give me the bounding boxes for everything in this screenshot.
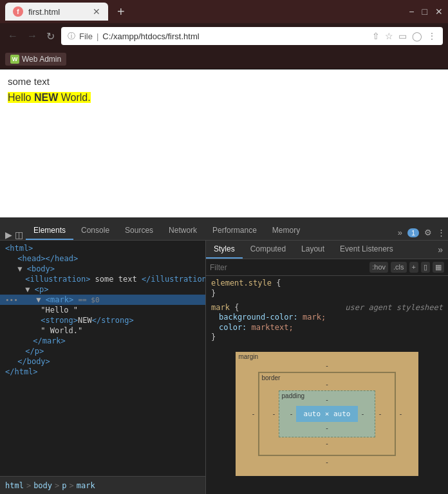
- styles-tab-bar: Styles Computed Layout Event Listeners »: [206, 241, 448, 259]
- elem-html[interactable]: <html>: [0, 243, 205, 253]
- styles-tab-computed[interactable]: Computed: [243, 241, 294, 259]
- elem-p-close[interactable]: </p>: [0, 346, 205, 356]
- margin-bottom: -: [248, 459, 405, 466]
- mark-color-prop: color: marktext;: [211, 322, 443, 333]
- border-left: -: [270, 410, 279, 417]
- menu-icon[interactable]: ⋮: [427, 31, 436, 41]
- tab-elements[interactable]: Elements: [26, 222, 73, 240]
- elem-body[interactable]: ▼ <body>: [0, 264, 205, 274]
- mark-element: Hello NEW World.: [8, 92, 91, 103]
- box-padding: padding - - auto × auto - -: [279, 390, 376, 437]
- device-icon[interactable]: ◫: [15, 230, 23, 240]
- split-view-icon[interactable]: ▭: [398, 31, 407, 41]
- elem-p[interactable]: ▼ <p>: [0, 284, 205, 295]
- tab-performance[interactable]: Performance: [205, 222, 265, 240]
- box-model: margin - - border - - padding: [211, 347, 443, 481]
- bookmark-favicon: W: [10, 55, 19, 64]
- lock-icon: ⓘ: [68, 31, 75, 42]
- styles-filter-input[interactable]: [210, 263, 366, 272]
- back-button[interactable]: ←: [5, 28, 21, 44]
- elem-text-hello[interactable]: "Hello ": [0, 305, 205, 315]
- elem-strong[interactable]: <strong>NEW</strong>: [0, 315, 205, 325]
- devtools-toolbar-icons: » 1 ⚙ ⋮: [398, 228, 445, 240]
- styles-tab-layout[interactable]: Layout: [294, 241, 332, 259]
- share-icon[interactable]: ⇧: [372, 31, 380, 41]
- padding-left: -: [287, 410, 296, 417]
- elem-mark-close[interactable]: </mark>: [0, 336, 205, 346]
- elements-tree[interactable]: <html> <head></head> ▼ <body> <illustrat…: [0, 241, 205, 476]
- mark-bg-color-prop: background-color: mark;: [211, 312, 443, 322]
- mark-style-close: }: [211, 333, 443, 342]
- add-style-button[interactable]: +: [409, 262, 418, 273]
- devtools-panel: ▶ ◫ Elements Console Sources Network Per…: [0, 217, 448, 494]
- breadcrumb-html[interactable]: html: [5, 481, 24, 490]
- forward-button[interactable]: →: [24, 28, 40, 44]
- hello-world-text: Hello NEW World.: [8, 92, 440, 104]
- tab-console[interactable]: Console: [73, 222, 117, 240]
- bookmark-web-admin[interactable]: W Web Admin: [5, 53, 66, 66]
- styles-panel: Styles Computed Layout Event Listeners »…: [206, 241, 448, 494]
- margin-right: -: [396, 410, 405, 417]
- margin-top: -: [248, 362, 405, 369]
- padding-middle: - auto × auto -: [287, 406, 368, 422]
- element-style-selector: element.style {: [211, 279, 443, 288]
- breadcrumb-mark[interactable]: mark: [77, 481, 95, 490]
- bookmark-star-icon[interactable]: ☆: [385, 31, 393, 41]
- styles-more-icon[interactable]: »: [433, 241, 448, 259]
- padding-bottom: -: [287, 425, 368, 432]
- devtools-more-icon[interactable]: ⋮: [437, 228, 445, 237]
- profile-icon[interactable]: ◯: [412, 31, 422, 41]
- restore-button[interactable]: □: [422, 6, 427, 17]
- styles-content: element.style { } mark { user agent styl…: [206, 276, 448, 494]
- bookmark-label: Web Admin: [22, 55, 61, 64]
- margin-label: margin: [238, 353, 258, 360]
- breadcrumb-p[interactable]: p: [62, 481, 66, 490]
- elem-html-close[interactable]: </html>: [0, 367, 205, 377]
- border-middle: - padding - - auto × auto -: [270, 390, 385, 437]
- elem-mark[interactable]: ••• ▼ <mark> == $0: [0, 295, 205, 305]
- styles-tab-event-listeners[interactable]: Event Listeners: [332, 241, 401, 259]
- elem-illustration[interactable]: <illustration> some text </illustration>: [0, 274, 205, 284]
- styles-tab-styles[interactable]: Styles: [206, 241, 243, 259]
- padding-label: padding: [282, 392, 305, 399]
- tab-favicon: f: [13, 6, 23, 17]
- tab-memory[interactable]: Memory: [265, 222, 308, 240]
- box-content: auto × auto: [296, 406, 359, 422]
- address-separator: |: [97, 32, 98, 41]
- close-button[interactable]: ✕: [435, 6, 443, 17]
- hello-prefix: Hello: [8, 92, 34, 103]
- tab-title: first.html: [28, 7, 60, 17]
- layout-style-button[interactable]: ▦: [433, 262, 444, 273]
- margin-middle: - border - - padding -: [248, 372, 405, 456]
- hello-suffix: World.: [58, 92, 90, 103]
- reload-button[interactable]: ↻: [44, 28, 57, 45]
- tab-close-button[interactable]: ✕: [93, 6, 100, 17]
- elem-head[interactable]: <head></head>: [0, 253, 205, 264]
- padding-right: -: [358, 410, 367, 417]
- copy-style-button[interactable]: ▯: [421, 262, 430, 273]
- settings-icon[interactable]: ⚙: [424, 228, 432, 237]
- browser-tab[interactable]: f first.html ✕: [5, 3, 108, 21]
- tab-sources[interactable]: Sources: [117, 222, 161, 240]
- elem-text-world[interactable]: " World.": [0, 325, 205, 336]
- mark-style-block: mark { user agent stylesheet background-…: [211, 303, 443, 342]
- more-tabs-icon[interactable]: »: [398, 228, 402, 237]
- new-tab-button[interactable]: +: [113, 5, 129, 19]
- address-scheme: File: [79, 32, 93, 41]
- address-url: C:/xampp/htdocs/first.html: [102, 32, 199, 41]
- tab-network[interactable]: Network: [161, 222, 205, 240]
- elem-body-close[interactable]: </body>: [0, 356, 205, 367]
- element-style-block: element.style { }: [211, 279, 443, 298]
- page-content: some text Hello NEW World.: [0, 69, 448, 217]
- border-right: -: [375, 410, 384, 417]
- breadcrumb-body[interactable]: body: [33, 481, 52, 490]
- address-input[interactable]: ⓘ File | C:/xampp/htdocs/first.html ⇧ ☆ …: [61, 27, 443, 45]
- hov-filter-button[interactable]: :hov: [369, 262, 388, 273]
- window-controls: − □ ✕: [409, 6, 443, 17]
- devtools-badge: 1: [407, 228, 419, 237]
- elements-panel: <html> <head></head> ▼ <body> <illustrat…: [0, 241, 206, 494]
- inspect-icon[interactable]: ▶: [5, 230, 12, 240]
- cls-filter-button[interactable]: .cls: [391, 262, 407, 273]
- minimize-button[interactable]: −: [409, 6, 414, 17]
- elements-breadcrumb: html > body > p > mark: [0, 476, 205, 494]
